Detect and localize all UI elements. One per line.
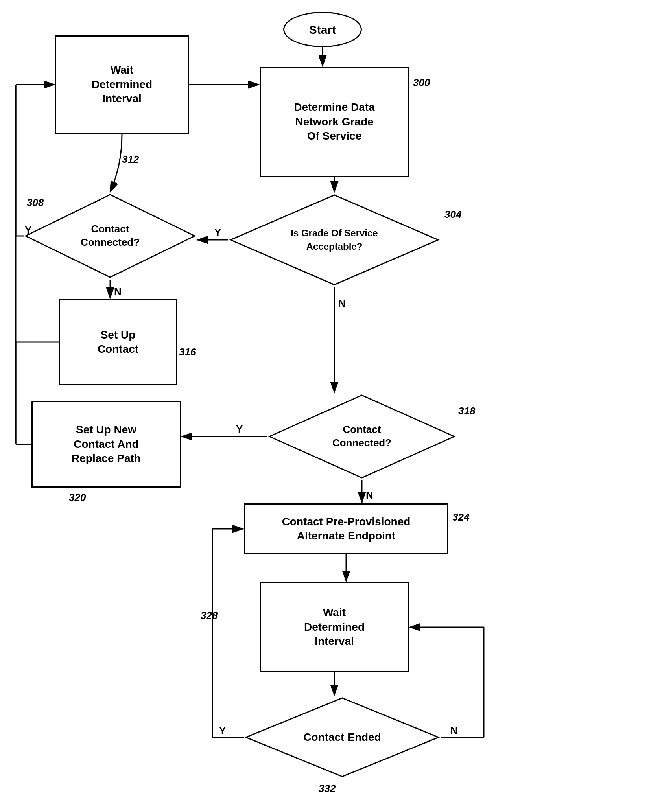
box-pre-provisioned: Contact Pre-ProvisionedAlternate Endpoin… (244, 503, 448, 554)
label-304: 304 (444, 208, 461, 221)
svg-text:N: N (450, 725, 458, 737)
diamond-contact-connected-1: ContactConnected? (24, 193, 197, 279)
box-setup-new: Set Up NewContact AndReplace Path (31, 401, 181, 488)
box-determine: Determine DataNetwork GradeOf Service (260, 67, 409, 177)
diamond-grade: Is Grade Of ServiceAcceptable? (228, 193, 441, 287)
svg-text:Y: Y (236, 423, 243, 435)
label-316: 316 (179, 346, 196, 358)
label-324: 324 (452, 511, 469, 523)
svg-text:Y: Y (219, 725, 226, 737)
setup-contact-label: Set UpContact (98, 328, 138, 357)
label-308: 308 (27, 197, 44, 209)
svg-text:N: N (338, 297, 346, 309)
setup-new-label: Set Up NewContact AndReplace Path (72, 423, 141, 466)
box-wait-2: WaitDeterminedInterval (260, 582, 409, 672)
label-318: 318 (458, 405, 475, 417)
diamond-contact-ended: Contact Ended (244, 696, 441, 779)
svg-text:N: N (114, 285, 122, 297)
label-312: 312 (122, 153, 139, 166)
svg-text:N: N (366, 489, 373, 501)
box-setup-contact: Set UpContact (59, 299, 177, 385)
label-320: 320 (69, 492, 86, 504)
pre-provisioned-label: Contact Pre-ProvisionedAlternate Endpoin… (282, 515, 411, 543)
determine-label: Determine DataNetwork GradeOf Service (294, 100, 374, 143)
label-300: 300 (413, 77, 430, 89)
start-label: Start (309, 22, 336, 37)
label-332: 332 (319, 783, 336, 795)
label-328: 328 (201, 609, 218, 622)
box-wait-1: WaitDeterminedInterval (55, 35, 189, 134)
wait1-label: WaitDeterminedInterval (92, 63, 152, 106)
flowchart-diagram: Start Determine DataNetwork GradeOf Serv… (0, 0, 662, 812)
start-oval: Start (283, 12, 362, 47)
diamond-contact-connected-2: ContactConnected? (267, 393, 456, 480)
svg-text:Y: Y (214, 226, 221, 238)
wait2-label: WaitDeterminedInterval (304, 606, 365, 648)
